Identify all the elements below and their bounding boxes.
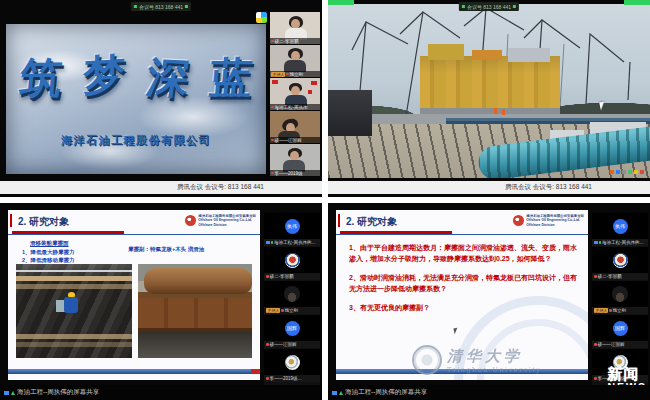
participant-tile[interactable] bbox=[592, 247, 648, 273]
participant-name: 李——2019级… bbox=[270, 376, 303, 381]
worker-figure bbox=[64, 297, 78, 313]
avatar: 执伟 bbox=[613, 219, 628, 234]
friction-pair-text: 摩擦副：特氟龙板+木头 润滑油 bbox=[128, 246, 204, 253]
photo-detail bbox=[144, 268, 252, 294]
friction-heading: 滑移装船摩擦面 bbox=[30, 239, 75, 248]
worker-photo bbox=[16, 264, 132, 358]
tray-icon[interactable] bbox=[622, 170, 626, 174]
video-tile[interactable]: 硕——江国辉 bbox=[270, 111, 320, 143]
participant-name: 硕——江国辉 bbox=[275, 138, 302, 143]
tsinghua-cn-text: 清华大学 bbox=[447, 347, 542, 366]
company-logo: 海洋石油工程股份有限公司安装事业部 Offshore Oil Engineeri… bbox=[513, 214, 584, 227]
participant-tile[interactable] bbox=[264, 247, 320, 273]
avatar: 国辉 bbox=[285, 321, 300, 336]
worker-hardhat bbox=[68, 292, 75, 297]
slide-calligraphy-title: 筑 梦 深 蓝 bbox=[18, 50, 255, 106]
participant-name: 硕——江国辉 bbox=[598, 342, 625, 347]
meeting-footer-text: 腾讯会议 会议号: 813 168 441 bbox=[505, 183, 592, 192]
participant-name: 硕二-李国鹏 bbox=[270, 274, 294, 279]
participant-tile[interactable] bbox=[592, 281, 648, 307]
tray-icon[interactable] bbox=[628, 170, 632, 174]
participant-label: 硕二-李国鹏 bbox=[592, 273, 648, 280]
tray-icon[interactable] bbox=[616, 170, 620, 174]
meeting-window-intro: 会议号 813 168 441 筑 梦 深 蓝 海洋石油工程股份有限公司 硕二-… bbox=[0, 0, 322, 197]
video-tile-label: 主持人 魏立刚 bbox=[270, 71, 320, 77]
avatar: 国辉 bbox=[613, 321, 628, 336]
video-tile-label: 硕——江国辉 bbox=[270, 137, 320, 143]
header-accent-bar bbox=[10, 214, 12, 227]
mouse-cursor bbox=[453, 328, 458, 335]
tray-icon[interactable] bbox=[634, 170, 638, 174]
tencent-meeting-logo-icon bbox=[256, 12, 267, 23]
mic-muted-icon bbox=[594, 343, 597, 346]
mic-muted-icon bbox=[609, 309, 612, 312]
platform-topside-module bbox=[420, 56, 560, 114]
participant-tile[interactable] bbox=[264, 349, 320, 375]
participant-tile[interactable] bbox=[264, 281, 320, 307]
tsinghua-watermark: 清华大学 Tsinghua University bbox=[412, 345, 542, 375]
meeting-window-research-photos: 2. 研究对象 海洋石油工程股份有限公司安装事业部 Offshore Oil E… bbox=[0, 203, 322, 400]
participant-name: 魏立刚 bbox=[285, 308, 299, 313]
mic-muted-icon bbox=[594, 275, 597, 278]
participant-tile[interactable]: 国辉 bbox=[592, 315, 648, 341]
participant-sidebar: 执伟 海油工程-周执伟的… 硕二-李国鹏 主持人 魏立刚 bbox=[592, 213, 648, 385]
green-indicator-bar bbox=[624, 0, 650, 5]
avatar-photo bbox=[284, 286, 300, 302]
video-tile[interactable]: 主持人 魏立刚 bbox=[270, 45, 320, 77]
meeting-id-badge: 会议号 813 168 441 bbox=[131, 2, 191, 11]
title-char: 深 bbox=[143, 49, 193, 107]
system-tray-icons[interactable] bbox=[610, 170, 644, 174]
video-tile[interactable]: 李——2019级 bbox=[270, 144, 320, 176]
participant-name: 硕二-李国鹏 bbox=[275, 39, 299, 44]
green-indicator-bar bbox=[328, 0, 354, 5]
tsinghua-en-text: Tsinghua University bbox=[447, 366, 542, 374]
blue-rule bbox=[8, 234, 260, 235]
participant-sidebar: 执伟 海油工程-周执伟的… 硕二-李国鹏 主持人 魏立刚 bbox=[264, 213, 320, 385]
screen-share-icon bbox=[332, 391, 337, 395]
dark-steel-structure bbox=[328, 90, 372, 136]
avatar-logo-icon bbox=[285, 355, 300, 370]
upload-arrow-icon bbox=[11, 391, 15, 395]
mic-muted-icon bbox=[271, 106, 274, 109]
mic-muted-icon bbox=[271, 139, 274, 142]
slide-heading: 2. 研究对象 bbox=[18, 215, 69, 229]
share-bar-text: 海油工程--周执伟的屏幕共享 bbox=[17, 388, 99, 397]
host-badge: 主持人 bbox=[594, 308, 608, 313]
video-tile-label: 硕二-李国鹏 bbox=[270, 38, 320, 44]
mic-muted-icon bbox=[271, 172, 274, 175]
recording-dot bbox=[185, 5, 188, 8]
participant-label: 硕——江国辉 bbox=[264, 341, 320, 348]
flag-decor bbox=[308, 90, 312, 94]
friction-item: 1、降低最大静摩擦力 bbox=[22, 248, 75, 257]
platform-module bbox=[428, 44, 464, 60]
participant-name: 李——2019级 bbox=[275, 171, 303, 176]
participant-label: 硕——江国辉 bbox=[592, 341, 648, 348]
participant-tile[interactable]: 执伟 bbox=[592, 213, 648, 239]
photo-detail bbox=[16, 270, 132, 272]
meeting-window-research-questions: 2. 研究对象 海洋石油工程股份有限公司安装事业部 Offshore Oil E… bbox=[328, 203, 650, 400]
video-tile[interactable]: 海油工程-周执伟 bbox=[270, 78, 320, 110]
avatar-crest-icon bbox=[285, 253, 300, 268]
video-tile-label: 海油工程-周执伟 bbox=[270, 104, 320, 110]
participant-name: 魏立刚 bbox=[290, 72, 304, 77]
research-questions: 1、由于平台建造周期达数月：摩擦面之间润滑油渗透、流失、变质，雨水渗入，增加水分… bbox=[349, 243, 579, 314]
participant-tile[interactable]: 国辉 bbox=[264, 315, 320, 341]
intro-slide: 筑 梦 深 蓝 海洋石油工程股份有限公司 bbox=[6, 24, 266, 174]
mic-muted-icon bbox=[286, 73, 289, 76]
tray-icon[interactable] bbox=[640, 170, 644, 174]
flag-decor bbox=[272, 80, 278, 84]
company-org-text: 海洋石油工程股份有限公司安装事业部 Offshore Oil Engineeri… bbox=[526, 214, 584, 227]
screen-share-status-bar: 海油工程--周执伟的屏幕共享 bbox=[328, 385, 650, 400]
participant-tile[interactable]: 执伟 bbox=[264, 213, 320, 239]
mic-muted-icon bbox=[594, 377, 597, 380]
flag-decor bbox=[311, 81, 317, 85]
tray-icon[interactable] bbox=[610, 170, 614, 174]
avatar-crest-icon bbox=[613, 253, 628, 268]
video-tile[interactable]: 硕二-李国鹏 bbox=[270, 12, 320, 44]
platform-module bbox=[472, 50, 502, 60]
photo-detail bbox=[138, 298, 252, 332]
recording-dot bbox=[513, 5, 516, 8]
slide-bottom-bar bbox=[8, 369, 260, 374]
org-line: Offshore Division bbox=[526, 223, 584, 227]
screen-share-icon bbox=[266, 241, 270, 244]
